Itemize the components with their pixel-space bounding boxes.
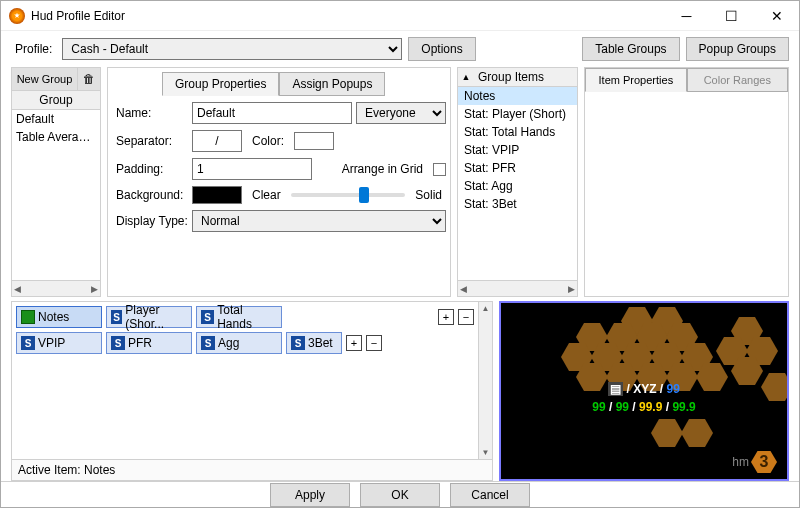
padding-input[interactable] [192,158,312,180]
row-remove-button[interactable]: − [458,309,474,325]
sort-icon[interactable]: ▲ [458,72,474,82]
window-title: Hud Profile Editor [31,9,664,23]
hud-preview: ▤ / XYZ / 99 99 / 99 / 99.9 / 99.9 hm3 [499,301,789,481]
tab-group-properties[interactable]: Group Properties [162,72,279,96]
row-add-button[interactable]: + [346,335,362,351]
tab-assign-popups[interactable]: Assign Popups [279,72,385,96]
items-hscroll[interactable]: ◀▶ [458,280,577,296]
titlebar: Hud Profile Editor ─ ☐ ✕ [1,1,799,31]
background-label: Background: [112,186,192,204]
chip-total-hands[interactable]: STotal Hands [196,306,282,328]
groups-list[interactable]: Default Table Averages [12,110,100,280]
groups-hscroll[interactable]: ◀▶ [12,280,100,296]
close-button[interactable]: ✕ [754,1,799,31]
list-item[interactable]: Stat: Agg [458,177,577,195]
arrange-grid-checkbox[interactable] [433,163,446,176]
tab-color-ranges[interactable]: Color Ranges [687,68,788,92]
item-properties-panel: Item Properties Color Ranges [584,67,789,297]
list-item[interactable]: Stat: Player (Short) [458,105,577,123]
row-remove-button[interactable]: − [366,335,382,351]
maximize-button[interactable]: ☐ [709,1,754,31]
row-add-button[interactable]: + [438,309,454,325]
chip-player[interactable]: SPlayer (Shor... [106,306,192,328]
opacity-slider[interactable] [291,193,406,197]
opacity-clear-label: Clear [248,186,285,204]
stat-icon: S [111,310,122,324]
chips-area[interactable]: Notes SPlayer (Shor... STotal Hands + − … [12,302,478,459]
properties-panel: Group Properties Assign Popups Name: Eve… [107,67,451,297]
color-label: Color: [248,132,288,150]
stat-icon: S [21,336,35,350]
dialog-footer: Apply OK Cancel [1,481,799,507]
stat-icon: S [201,310,214,324]
apply-button[interactable]: Apply [270,483,350,507]
list-item[interactable]: Stat: PFR [458,159,577,177]
preview-line1: ▤ / XYZ / 99 [501,381,787,396]
list-item[interactable]: Table Averages [12,128,100,146]
active-item-status: Active Item: Notes [12,459,492,480]
separator-input[interactable] [192,130,242,152]
profile-label: Profile: [11,40,56,58]
background-color-picker[interactable] [192,186,242,204]
ok-button[interactable]: OK [360,483,440,507]
display-type-select[interactable]: Normal [192,210,446,232]
arrange-grid-label: Arrange in Grid [338,160,427,178]
chip-pfr[interactable]: SPFR [106,332,192,354]
separator-color-picker[interactable] [294,132,334,150]
group-items-list[interactable]: Notes Stat: Player (Short) Stat: Total H… [458,87,577,280]
stat-icon: S [201,336,215,350]
layout-vscroll[interactable]: ▲▼ [478,302,492,459]
tab-item-properties[interactable]: Item Properties [585,68,686,92]
list-item[interactable]: Notes [458,87,577,105]
padding-label: Padding: [112,160,192,178]
list-item[interactable]: Stat: VPIP [458,141,577,159]
group-items-panel: ▲ Group Items Notes Stat: Player (Short)… [457,67,578,297]
visibility-select[interactable]: Everyone [356,102,446,124]
layout-panel: Notes SPlayer (Shor... STotal Hands + − … [11,301,493,481]
stat-icon: S [111,336,125,350]
item-properties-body [585,92,788,296]
display-type-label: Display Type: [112,212,192,230]
delete-group-icon[interactable]: 🗑 [78,68,100,90]
chip-3bet[interactable]: S3Bet [286,332,342,354]
separator-label: Separator: [112,132,192,150]
hm3-logo: hm3 [732,451,777,473]
popup-groups-button[interactable]: Popup Groups [686,37,789,61]
chip-agg[interactable]: SAgg [196,332,282,354]
notes-icon [21,310,35,324]
name-label: Name: [112,104,192,122]
list-item[interactable]: Stat: Total Hands [458,123,577,141]
opacity-solid-label: Solid [411,186,446,204]
app-icon [9,8,25,24]
list-item[interactable]: Default [12,110,100,128]
name-input[interactable] [192,102,352,124]
table-groups-button[interactable]: Table Groups [582,37,679,61]
cancel-button[interactable]: Cancel [450,483,530,507]
options-button[interactable]: Options [408,37,475,61]
groups-panel: New Group 🗑 Group Default Table Averages… [11,67,101,297]
group-items-header: Group Items [474,68,577,86]
groups-header: Group [12,91,100,110]
chip-notes[interactable]: Notes [16,306,102,328]
chip-vpip[interactable]: SVPIP [16,332,102,354]
minimize-button[interactable]: ─ [664,1,709,31]
preview-line2: 99 / 99 / 99.9 / 99.9 [501,399,787,414]
list-item[interactable]: Stat: 3Bet [458,195,577,213]
notes-preview-icon: ▤ [608,382,623,396]
profile-select[interactable]: Cash - Default [62,38,402,60]
stat-icon: S [291,336,305,350]
new-group-button[interactable]: New Group [12,68,78,90]
